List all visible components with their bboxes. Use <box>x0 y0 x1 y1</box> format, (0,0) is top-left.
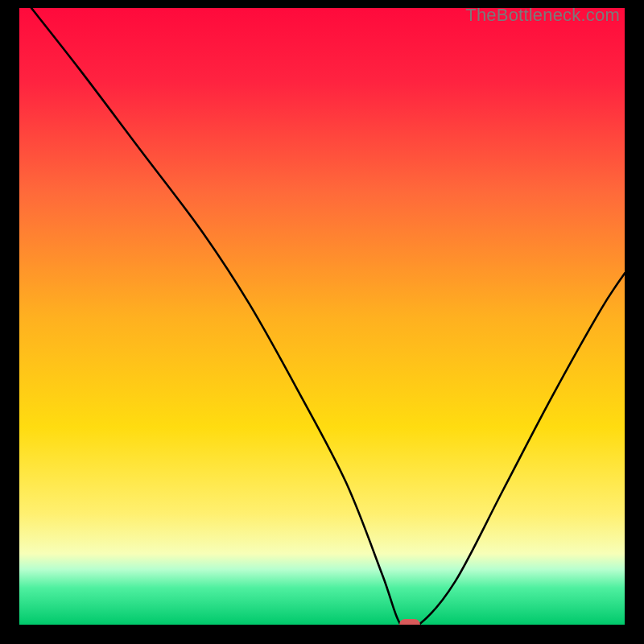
optimum-marker <box>399 619 420 625</box>
plot-area <box>19 8 625 625</box>
chart-frame: TheBottleneck.com <box>0 0 644 644</box>
bottleneck-curve <box>19 8 625 625</box>
attribution-label: TheBottleneck.com <box>465 5 620 26</box>
